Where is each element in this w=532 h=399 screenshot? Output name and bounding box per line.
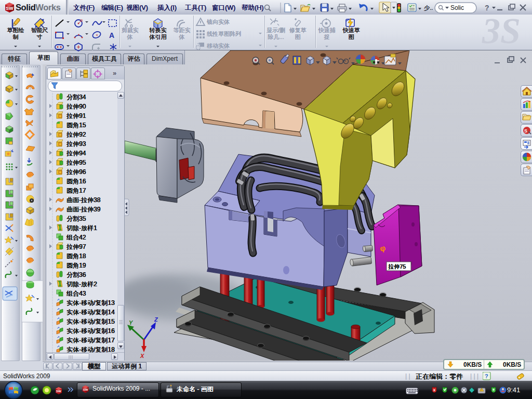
svg-text:!: ! — [481, 389, 482, 392]
svg-text:Z: Z — [154, 316, 158, 323]
svg-text:SW: SW — [83, 388, 88, 391]
svg-text:x: x — [433, 388, 435, 392]
svg-text:少..: 少.. — [424, 5, 433, 11]
svg-text:S: S — [524, 128, 527, 134]
svg-text:SW: SW — [56, 390, 61, 393]
svg-text:?: ? — [485, 373, 488, 379]
svg-text:SW: SW — [6, 6, 14, 11]
svg-text:X: X — [140, 353, 144, 359]
svg-text:Solic: Solic — [450, 4, 464, 11]
svg-text:拉伸75: 拉伸75 — [388, 263, 406, 270]
